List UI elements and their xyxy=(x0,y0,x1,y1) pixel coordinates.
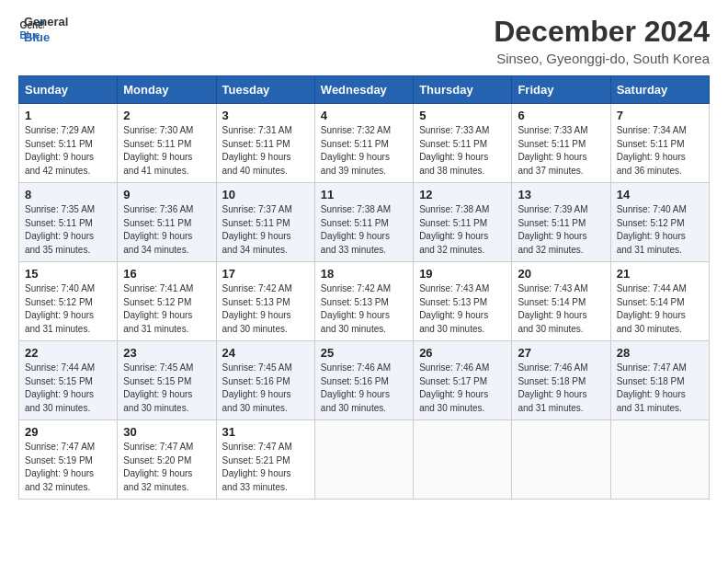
sunrise-text: Sunrise: 7:46 AM xyxy=(419,362,489,373)
sunset-text: Sunset: 5:16 PM xyxy=(222,376,290,386)
day-info: Sunrise: 7:40 AMSunset: 5:12 PMDaylight:… xyxy=(617,203,703,257)
day-number: 2 xyxy=(123,109,210,122)
calendar-day-cell xyxy=(314,420,413,500)
sunset-text: Sunset: 5:12 PM xyxy=(123,297,191,307)
day-number: 5 xyxy=(419,109,506,122)
daylight-text: Daylight: 9 hours and 31 minutes. xyxy=(518,389,586,413)
daylight-text: Daylight: 9 hours and 31 minutes. xyxy=(617,231,686,255)
day-number: 13 xyxy=(518,188,604,201)
daylight-text: Daylight: 9 hours and 30 minutes. xyxy=(25,389,94,413)
day-info: Sunrise: 7:30 AMSunset: 5:11 PMDaylight:… xyxy=(123,124,210,178)
day-info: Sunrise: 7:40 AMSunset: 5:12 PMDaylight:… xyxy=(25,282,111,336)
day-info: Sunrise: 7:37 AMSunset: 5:11 PMDaylight:… xyxy=(222,203,309,257)
calendar-day-cell xyxy=(610,420,709,500)
sunrise-text: Sunrise: 7:38 AM xyxy=(419,204,489,214)
sunset-text: Sunset: 5:16 PM xyxy=(321,376,389,386)
calendar-day-cell: 10Sunrise: 7:37 AMSunset: 5:11 PMDayligh… xyxy=(216,183,314,262)
calendar-table: SundayMondayTuesdayWednesdayThursdayFrid… xyxy=(18,75,710,500)
calendar-day-cell: 25Sunrise: 7:46 AMSunset: 5:16 PMDayligh… xyxy=(314,341,413,420)
sunset-text: Sunset: 5:13 PM xyxy=(222,297,290,307)
sunrise-text: Sunrise: 7:33 AM xyxy=(518,125,587,135)
day-info: Sunrise: 7:47 AMSunset: 5:20 PMDaylight:… xyxy=(123,441,210,494)
day-number: 11 xyxy=(321,188,407,201)
daylight-text: Daylight: 9 hours and 30 minutes. xyxy=(222,389,291,413)
day-info: Sunrise: 7:44 AMSunset: 5:15 PMDaylight:… xyxy=(25,362,111,415)
day-info: Sunrise: 7:43 AMSunset: 5:13 PMDaylight:… xyxy=(419,282,506,336)
calendar-header-row: SundayMondayTuesdayWednesdayThursdayFrid… xyxy=(19,76,710,104)
day-number: 10 xyxy=(222,188,309,201)
sunset-text: Sunset: 5:15 PM xyxy=(123,376,191,386)
sunset-text: Sunset: 5:11 PM xyxy=(518,218,586,228)
day-number: 1 xyxy=(25,109,111,122)
day-number: 15 xyxy=(25,267,111,281)
location-title: Sinseo, Gyeonggi-do, South Korea xyxy=(494,51,710,66)
sunrise-text: Sunrise: 7:33 AM xyxy=(419,125,489,135)
sunset-text: Sunset: 5:11 PM xyxy=(222,218,290,228)
sunset-text: Sunset: 5:18 PM xyxy=(518,376,586,386)
sunrise-text: Sunrise: 7:47 AM xyxy=(123,442,193,452)
sunrise-text: Sunrise: 7:44 AM xyxy=(617,283,687,293)
day-number: 29 xyxy=(25,425,111,439)
calendar-day-cell: 27Sunrise: 7:46 AMSunset: 5:18 PMDayligh… xyxy=(512,341,610,420)
sunrise-text: Sunrise: 7:47 AM xyxy=(617,362,687,373)
sunrise-text: Sunrise: 7:30 AM xyxy=(123,125,193,135)
day-info: Sunrise: 7:39 AMSunset: 5:11 PMDaylight:… xyxy=(518,203,604,257)
calendar-day-cell: 21Sunrise: 7:44 AMSunset: 5:14 PMDayligh… xyxy=(610,262,709,341)
calendar-day-cell: 19Sunrise: 7:43 AMSunset: 5:13 PMDayligh… xyxy=(414,262,512,341)
calendar-day-cell: 14Sunrise: 7:40 AMSunset: 5:12 PMDayligh… xyxy=(610,183,709,262)
calendar-week-row: 15Sunrise: 7:40 AMSunset: 5:12 PMDayligh… xyxy=(19,262,710,341)
month-title: December 2024 xyxy=(494,15,710,49)
page-header: General Blue General Blue December 2024 … xyxy=(18,15,710,66)
day-info: Sunrise: 7:42 AMSunset: 5:13 PMDaylight:… xyxy=(222,282,309,336)
sunrise-text: Sunrise: 7:34 AM xyxy=(617,125,687,135)
day-info: Sunrise: 7:33 AMSunset: 5:11 PMDaylight:… xyxy=(518,124,604,178)
title-block: December 2024 Sinseo, Gyeonggi-do, South… xyxy=(494,15,710,66)
sunrise-text: Sunrise: 7:42 AM xyxy=(222,283,292,293)
sunset-text: Sunset: 5:11 PM xyxy=(25,139,93,149)
sunrise-text: Sunrise: 7:45 AM xyxy=(222,362,292,373)
sunrise-text: Sunrise: 7:38 AM xyxy=(321,204,391,214)
sunrise-text: Sunrise: 7:44 AM xyxy=(25,362,95,373)
sunset-text: Sunset: 5:21 PM xyxy=(222,455,290,465)
day-number: 19 xyxy=(419,267,506,281)
daylight-text: Daylight: 9 hours and 40 minutes. xyxy=(222,152,291,176)
calendar-day-header: Friday xyxy=(512,76,610,104)
day-number: 9 xyxy=(123,188,210,201)
calendar-day-cell: 22Sunrise: 7:44 AMSunset: 5:15 PMDayligh… xyxy=(19,341,118,420)
daylight-text: Daylight: 9 hours and 30 minutes. xyxy=(222,310,291,334)
day-number: 4 xyxy=(321,109,407,122)
calendar-day-cell: 30Sunrise: 7:47 AMSunset: 5:20 PMDayligh… xyxy=(118,420,216,500)
calendar-day-cell: 9Sunrise: 7:36 AMSunset: 5:11 PMDaylight… xyxy=(118,183,216,262)
day-number: 20 xyxy=(518,267,604,281)
day-info: Sunrise: 7:46 AMSunset: 5:17 PMDaylight:… xyxy=(419,362,506,415)
sunset-text: Sunset: 5:13 PM xyxy=(321,297,389,307)
sunrise-text: Sunrise: 7:40 AM xyxy=(617,204,687,214)
calendar-day-header: Thursday xyxy=(414,76,512,104)
calendar-day-cell: 28Sunrise: 7:47 AMSunset: 5:18 PMDayligh… xyxy=(610,341,709,420)
daylight-text: Daylight: 9 hours and 42 minutes. xyxy=(25,152,94,176)
sunset-text: Sunset: 5:12 PM xyxy=(617,218,685,228)
sunrise-text: Sunrise: 7:46 AM xyxy=(321,362,391,373)
calendar-day-cell: 18Sunrise: 7:42 AMSunset: 5:13 PMDayligh… xyxy=(314,262,413,341)
day-info: Sunrise: 7:47 AMSunset: 5:18 PMDaylight:… xyxy=(617,362,703,415)
day-info: Sunrise: 7:33 AMSunset: 5:11 PMDaylight:… xyxy=(419,124,506,178)
day-number: 14 xyxy=(617,188,703,201)
calendar-day-cell: 29Sunrise: 7:47 AMSunset: 5:19 PMDayligh… xyxy=(19,420,118,500)
day-info: Sunrise: 7:31 AMSunset: 5:11 PMDaylight:… xyxy=(222,124,309,178)
day-number: 8 xyxy=(25,188,111,201)
sunrise-text: Sunrise: 7:42 AM xyxy=(321,283,391,293)
sunrise-text: Sunrise: 7:45 AM xyxy=(123,362,193,373)
day-number: 17 xyxy=(222,267,309,281)
daylight-text: Daylight: 9 hours and 36 minutes. xyxy=(617,152,686,176)
calendar-day-cell: 31Sunrise: 7:47 AMSunset: 5:21 PMDayligh… xyxy=(216,420,314,500)
day-info: Sunrise: 7:36 AMSunset: 5:11 PMDaylight:… xyxy=(123,203,210,257)
calendar-week-row: 1Sunrise: 7:29 AMSunset: 5:11 PMDaylight… xyxy=(19,104,710,183)
day-number: 16 xyxy=(123,267,210,281)
day-number: 25 xyxy=(321,346,407,360)
calendar-day-header: Sunday xyxy=(19,76,118,104)
calendar-day-cell: 3Sunrise: 7:31 AMSunset: 5:11 PMDaylight… xyxy=(216,104,314,183)
daylight-text: Daylight: 9 hours and 35 minutes. xyxy=(25,231,94,255)
sunrise-text: Sunrise: 7:40 AM xyxy=(25,283,95,293)
day-info: Sunrise: 7:38 AMSunset: 5:11 PMDaylight:… xyxy=(419,203,506,257)
calendar-day-cell: 7Sunrise: 7:34 AMSunset: 5:11 PMDaylight… xyxy=(610,104,709,183)
